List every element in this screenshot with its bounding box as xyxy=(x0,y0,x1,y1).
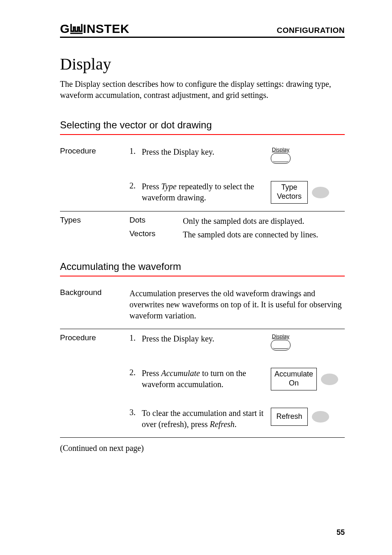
type-softkey-box: Type Vectors xyxy=(271,181,308,204)
step-text: Press the Display key. xyxy=(142,333,271,344)
step-text: Press Accumulate to turn on the waveform… xyxy=(142,368,271,390)
softkey-group: Accumulate On xyxy=(271,368,338,390)
type-name: Dots xyxy=(129,216,183,227)
procedure-row: 2. Press Type repeatedly to select the w… xyxy=(60,181,345,204)
softkey-button-icon xyxy=(321,374,338,385)
step-text: Press Type repeatedly to select the wave… xyxy=(142,181,271,203)
procedure-label: Procedure xyxy=(60,333,129,342)
display-key-label: Display xyxy=(272,333,290,339)
refresh-softkey-box: Refresh xyxy=(271,408,308,426)
softkey-button-icon xyxy=(312,411,329,423)
step-text: Press the Display key. xyxy=(142,146,271,158)
step-text: To clear the accumulation and start it o… xyxy=(142,408,271,430)
icon-column: Type Vectors xyxy=(271,181,345,204)
step-text-italic: Refresh xyxy=(210,420,234,429)
step-text-part: Press xyxy=(142,182,161,191)
background-text: Accumulation preserves the old waveform … xyxy=(129,288,345,321)
type-name: Vectors xyxy=(129,229,183,240)
softkey-line2: Vectors xyxy=(274,192,304,201)
types-label-empty xyxy=(60,229,129,240)
step-content: 3. To clear the accumulation and start i… xyxy=(129,408,345,430)
logo-text-left: G xyxy=(60,23,70,35)
procedure-row: Procedure 1. Press the Display key. Disp… xyxy=(60,333,345,351)
procedure-label: Procedure xyxy=(60,146,129,156)
step-text-part: To clear the accumulation and start it o… xyxy=(142,409,263,429)
icon-column: Refresh xyxy=(271,408,345,426)
section-divider xyxy=(60,276,345,276)
accumulate-softkey-box: Accumulate On xyxy=(271,368,317,390)
logo-w-icon xyxy=(70,24,83,34)
step-number: 1. xyxy=(129,333,142,343)
types-label: Types xyxy=(60,216,129,227)
logo: G INSTEK xyxy=(60,23,129,35)
page-number: 55 xyxy=(337,528,345,537)
procedure-row: Procedure 1. Press the Display key. Disp… xyxy=(60,146,345,164)
logo-text-right: INSTEK xyxy=(83,23,129,35)
page-title: Display xyxy=(60,54,345,74)
step-content: 2. Press Accumulate to turn on the wavef… xyxy=(129,368,345,390)
step-text-part: . xyxy=(235,420,237,429)
intro-paragraph: The Display section describes how to con… xyxy=(60,79,345,101)
step-content: 1. Press the Display key. Display xyxy=(129,333,345,351)
page-header: G INSTEK CONFIGURATION xyxy=(60,23,345,38)
thin-divider xyxy=(60,211,345,211)
softkey-line1: Accumulate xyxy=(274,370,313,379)
section-title-vector-dot: Selecting the vector or dot drawing xyxy=(60,119,345,131)
icon-column: Accumulate On xyxy=(271,368,345,390)
procedure-row: 2. Press Accumulate to turn on the wavef… xyxy=(60,368,345,390)
background-label: Background xyxy=(60,288,129,297)
step-text-italic: Accumulate xyxy=(161,369,200,378)
softkey-line1: Type xyxy=(274,183,304,192)
header-section-title: CONFIGURATION xyxy=(277,26,345,35)
step-number: 2. xyxy=(129,181,142,190)
continued-text: (Continued on next page) xyxy=(60,444,345,453)
step-text-italic: Type xyxy=(161,182,176,191)
step-number: 2. xyxy=(129,368,142,377)
step-text-part: Press xyxy=(142,369,161,378)
display-key-label: Display xyxy=(272,146,290,153)
type-description: Only the sampled dots are displayed. xyxy=(183,216,345,227)
step-number: 3. xyxy=(129,408,142,417)
display-key-button-icon xyxy=(271,153,291,164)
icon-column: Display xyxy=(271,333,345,351)
step-content: 2. Press Type repeatedly to select the w… xyxy=(129,181,345,204)
thin-divider xyxy=(60,437,345,438)
icon-column: Display xyxy=(271,146,345,164)
background-row: Background Accumulation preserves the ol… xyxy=(60,288,345,321)
section-divider xyxy=(60,134,345,135)
softkey-line2: On xyxy=(274,379,313,388)
softkey-group: Type Vectors xyxy=(271,181,329,204)
display-key-icon: Display xyxy=(271,333,291,351)
softkey-button-icon xyxy=(312,187,329,198)
softkey-group: Refresh xyxy=(271,408,329,426)
types-row: Types Dots Only the sampled dots are dis… xyxy=(60,216,345,227)
procedure-row: 3. To clear the accumulation and start i… xyxy=(60,408,345,430)
thin-divider xyxy=(60,329,345,329)
display-key-button-icon xyxy=(271,340,291,351)
step-number: 1. xyxy=(129,146,142,156)
step-content: 1. Press the Display key. Display xyxy=(129,146,345,164)
types-row: Vectors The sampled dots are connected b… xyxy=(60,229,345,240)
type-description: The sampled dots are connected by lines. xyxy=(183,229,345,240)
display-key-icon: Display xyxy=(271,146,291,164)
section-title-accumulating: Accumulating the waveform xyxy=(60,261,345,272)
